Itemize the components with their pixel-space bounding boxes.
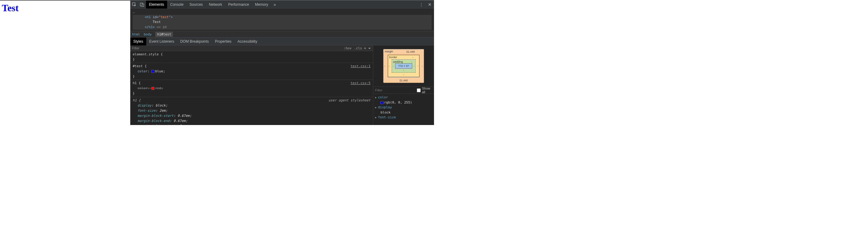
styles-filter-bar: :hov .cls + ⏷ <box>130 46 373 51</box>
svg-rect-2 <box>142 4 144 6</box>
rule-list: element.style { } test.css:1 #test { col… <box>130 51 373 125</box>
page-heading: Test <box>2 2 128 13</box>
box-model-border-left: - <box>389 64 390 67</box>
styles-more-icon[interactable]: ⏷ <box>368 47 371 50</box>
box-model-margin-left: - <box>384 64 385 67</box>
computed-prop-display[interactable]: ▶display <box>375 105 432 110</box>
crumb-html[interactable]: html <box>132 32 140 36</box>
user-agent-label: user agent stylesheet <box>329 98 371 103</box>
styles-body: :hov .cls + ⏷ element.style { } test.css… <box>130 46 434 125</box>
subtab-properties[interactable]: Properties <box>212 37 235 46</box>
box-model-padding-left: - <box>393 64 394 67</box>
rendered-page: Test <box>0 0 130 125</box>
crumb-body[interactable]: body <box>144 32 152 36</box>
box-model-diagram[interactable]: margin 21.440 21.440 - - border - - - - … <box>373 46 434 87</box>
tab-console[interactable]: Console <box>167 1 186 8</box>
rule-source-link[interactable]: test.css:1 <box>350 63 371 69</box>
kebab-menu-icon[interactable]: ⋮ <box>417 2 426 7</box>
box-model-padding-top: - <box>411 60 412 63</box>
computed-val-color: rgb(0, 0, 255) <box>375 100 432 105</box>
devtools-panel: Elements Console Sources Network Perform… <box>130 0 434 125</box>
box-model-margin-right: - <box>422 64 423 67</box>
box-model-margin-top: 21.440 <box>406 50 415 53</box>
box-model-padding-bottom: - <box>403 69 404 72</box>
crumb-selected[interactable]: h1#test <box>155 32 173 37</box>
styles-tabbar: Styles Event Listeners DOM Breakpoints P… <box>130 37 434 46</box>
box-model-border-bottom: - <box>403 73 404 76</box>
tab-performance[interactable]: Performance <box>225 1 252 8</box>
rule-user-agent[interactable]: user agent stylesheet h1 { display: bloc… <box>130 97 373 125</box>
subtab-styles[interactable]: Styles <box>130 37 146 46</box>
overridden-property[interactable]: color: red; <box>133 86 371 91</box>
computed-prop-color[interactable]: ▶color <box>375 95 432 100</box>
dom-text-node[interactable]: Test <box>133 20 432 25</box>
box-model-padding-label: padding <box>393 60 403 63</box>
cls-toggle[interactable]: .cls <box>354 46 362 50</box>
close-icon[interactable]: ✕ <box>426 2 434 7</box>
computed-val-display: block <box>375 110 432 115</box>
computed-properties-list: ▶color rgb(0, 0, 255) ▶display block ▶fo… <box>373 94 434 121</box>
device-toolbar-icon[interactable] <box>140 2 144 7</box>
tab-sources[interactable]: Sources <box>186 1 206 8</box>
styles-filter-input[interactable] <box>132 46 341 50</box>
box-model-padding-right: - <box>413 64 414 67</box>
box-model-border-top: - <box>412 56 413 59</box>
color-swatch-blue[interactable] <box>151 70 154 73</box>
tab-elements[interactable]: Elements <box>146 1 167 8</box>
disclosure-triangle-icon[interactable]: ▶ <box>375 116 377 120</box>
box-model-margin-bottom: 21.440 <box>400 79 408 82</box>
subtab-dom-breakpoints[interactable]: DOM Breakpoints <box>177 37 212 46</box>
show-all-checkbox[interactable]: Show all <box>417 87 432 94</box>
computed-panel: margin 21.440 21.440 - - border - - - - … <box>373 46 434 125</box>
computed-filter-input[interactable] <box>375 88 417 92</box>
hov-toggle[interactable]: :hov <box>344 46 352 50</box>
computed-filter-bar: Show all <box>373 87 434 94</box>
rule-h1[interactable]: test.css:5 h1 { color: red; } <box>130 80 373 97</box>
dom-tree[interactable]: … <h1 id="test"> Test </h1> == $0 <box>130 8 434 31</box>
box-model-border-label: border <box>389 56 397 59</box>
computed-prop-fontsize[interactable]: ▶font-size <box>375 115 432 120</box>
box-model-border-right: - <box>417 64 418 67</box>
rule-element-style[interactable]: element.style { } <box>130 51 373 63</box>
breadcrumb: html body h1#test <box>130 31 434 37</box>
tab-memory[interactable]: Memory <box>252 1 271 8</box>
new-style-rule-icon[interactable]: + <box>364 46 366 51</box>
color-swatch-icon <box>380 101 383 104</box>
dom-node-h1[interactable]: <h1 id="test"> <box>133 15 432 20</box>
more-tabs-icon[interactable]: » <box>271 2 278 7</box>
styles-rules-panel: :hov .cls + ⏷ element.style { } test.css… <box>130 46 373 125</box>
inspect-element-icon[interactable] <box>132 2 136 7</box>
dom-ellipsis: … <box>133 10 135 14</box>
tab-network[interactable]: Network <box>206 1 225 8</box>
rule-source-link[interactable]: test.css:5 <box>350 81 371 86</box>
devtools-tabbar: Elements Console Sources Network Perform… <box>130 1 434 8</box>
dom-close-h1[interactable]: </h1> == $0 <box>133 25 432 30</box>
subtab-event-listeners[interactable]: Event Listeners <box>146 37 178 46</box>
box-model-margin-label: margin <box>385 50 393 53</box>
disclosure-triangle-icon[interactable]: ▶ <box>375 106 377 110</box>
box-model-content: 772 × 37 <box>395 63 412 69</box>
disclosure-triangle-icon[interactable]: ▶ <box>375 95 377 100</box>
rule-test-id[interactable]: test.css:1 #test { color: blue; } <box>130 63 373 80</box>
subtab-accessibility[interactable]: Accessibility <box>235 37 260 46</box>
color-swatch-red[interactable] <box>151 87 154 90</box>
